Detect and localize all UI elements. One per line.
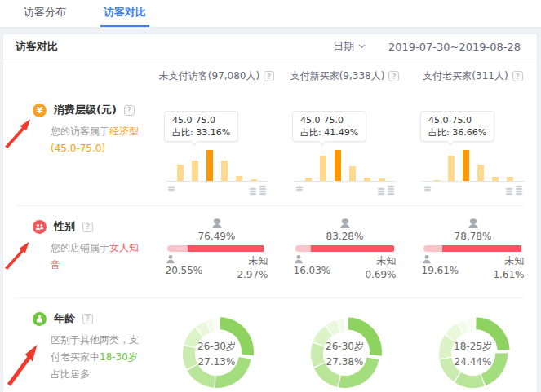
column-header-label: 未支付访客(97,080人) [159, 69, 259, 83]
bar [221, 161, 228, 181]
chart-tooltip: 45.0-75.0 占比: 41.49% [292, 111, 366, 142]
donut-chart[interactable]: 18-25岁 24.44% [432, 313, 514, 392]
unknown-title: 未知 [505, 254, 525, 268]
gender-bar-segment [167, 245, 188, 252]
gender-row-desc: 您的店铺属于女人知音 [51, 240, 141, 274]
age-group: 18-25岁 [454, 340, 492, 354]
x-axis [294, 181, 397, 182]
top-tab-bar: 访客分布 访客对比 [0, 0, 541, 28]
female-percent: 78.78% [455, 231, 492, 242]
donut-center-label: 26-30岁 27.13% [176, 313, 258, 392]
tooltip-ratio: 占比: 33.16% [172, 126, 230, 139]
x-axis [166, 181, 268, 182]
male-percent: 20.55% [166, 265, 203, 276]
help-icon[interactable]: ? [264, 71, 274, 81]
column-header-old-buyers: 支付老买家(311人) ? [409, 69, 537, 83]
gender-bar-segment [295, 245, 312, 252]
bar-chart[interactable] [294, 148, 397, 181]
consumption-chart-new-buyers[interactable]: 45.0-75.0 占比: 41.49% [281, 86, 409, 196]
gender-chart-old-buyers[interactable]: 78.78% 19.61% 未知 1.61% [409, 206, 537, 280]
chevron-down-icon [358, 44, 366, 49]
column-header-label: 支付新买家(9,338人) [290, 69, 385, 83]
age-row: 年龄 ? 区别于其他两类，支付老买家中18-30岁占比居多 26-30岁 27.… [3, 298, 537, 392]
tab-visitor-distribution[interactable]: 访客分布 [20, 0, 69, 27]
date-filter-dropdown[interactable]: 日期 [333, 39, 366, 54]
tab-visitor-compare[interactable]: 访客对比 [100, 0, 149, 27]
gender-row-label: 性别 ? 您的店铺属于女人知音 [3, 206, 153, 274]
panel-header: 访客对比 日期 2019-07-30~2019-08-28 [3, 34, 537, 59]
male-icon [166, 254, 175, 264]
gender-bar[interactable] [167, 245, 267, 252]
help-icon[interactable]: ? [512, 71, 523, 81]
help-icon[interactable]: ? [82, 314, 93, 324]
coin-axis-icons [166, 183, 268, 196]
bar [177, 165, 184, 181]
gender-bar[interactable] [295, 245, 395, 252]
desc-text: 占比居多 [51, 368, 90, 380]
bar [192, 161, 198, 181]
bar [463, 150, 469, 181]
bar-chart[interactable] [166, 148, 268, 181]
age-row-title: 年龄 [54, 311, 75, 326]
desc-highlight: 18-30岁 [100, 351, 138, 363]
age-group: 26-30岁 [326, 340, 364, 354]
date-range-value[interactable]: 2019-07-30~2019-08-28 [388, 41, 521, 53]
person-icon [33, 312, 47, 326]
unknown-percent: 2.97% [237, 269, 268, 280]
gender-bar-segment [311, 245, 394, 252]
male-percent: 19.61% [422, 265, 459, 276]
people-icon [33, 220, 47, 234]
panel-title: 访客对比 [16, 39, 58, 54]
consumption-chart-old-buyers[interactable]: 45.0-75.0 占比: 36.66% [409, 86, 537, 196]
bar [448, 156, 455, 181]
gender-bar-segment [423, 245, 443, 252]
help-icon[interactable]: ? [82, 222, 93, 232]
unknown-title: 未知 [249, 254, 268, 268]
bar [206, 150, 213, 181]
bar [320, 156, 326, 181]
age-group: 26-30岁 [197, 340, 236, 354]
gender-chart-new-buyers[interactable]: 83.28% 16.03% 未知 0.69% [281, 206, 409, 280]
female-icon [468, 218, 479, 229]
gender-chart-unpaid[interactable]: 76.49% 20.55% 未知 2.97% [153, 206, 281, 280]
donut-center-label: 18-25岁 24.44% [432, 313, 514, 392]
column-header-new-buyers: 支付新买家(9,338人) ? [281, 69, 409, 83]
male-percent: 16.03% [294, 265, 331, 276]
age-row-desc: 区别于其他两类，支付老买家中18-30岁占比居多 [51, 332, 141, 383]
coin-axis-icons [294, 183, 397, 196]
donut-center-label: 26-30岁 27.38% [304, 313, 386, 392]
help-icon[interactable]: ? [124, 105, 135, 116]
gender-row: 性别 ? 您的店铺属于女人知音 76.49% 20.55% 未知 2.97% [3, 206, 537, 297]
donut-chart[interactable]: 26-30岁 27.13% [176, 313, 258, 392]
bar-chart[interactable] [422, 148, 525, 181]
age-chart-unpaid[interactable]: 26-30岁 27.13% [153, 298, 281, 392]
bar [349, 166, 356, 181]
coin-stack-icon [247, 183, 268, 196]
age-chart-old-buyers[interactable]: 18-25岁 24.44% [409, 298, 537, 392]
bar [335, 150, 341, 181]
female-percent: 76.49% [198, 231, 236, 242]
tooltip-ratio: 占比: 36.66% [428, 126, 486, 139]
help-icon[interactable]: ? [388, 71, 399, 81]
male-icon [294, 254, 304, 264]
donut-chart[interactable]: 26-30岁 27.38% [304, 313, 386, 392]
age-percent: 27.38% [326, 356, 364, 368]
gender-bar[interactable] [423, 245, 523, 252]
coin-stack-icon [503, 183, 525, 196]
coin-stack-icon [375, 183, 397, 196]
x-axis [422, 181, 525, 182]
female-icon [339, 218, 351, 229]
column-header-spacer [3, 69, 153, 83]
visitor-compare-panel: 访客对比 日期 2019-07-30~2019-08-28 未支付访客(97,0… [2, 33, 538, 392]
consumption-row-label: ¥ 消费层级(元) ? 您的访客属于经济型(45.0-75.0) [3, 86, 153, 157]
age-chart-new-buyers[interactable]: 26-30岁 27.38% [281, 298, 409, 392]
column-header-label: 支付老买家(311人) [423, 69, 508, 83]
unknown-percent: 0.69% [365, 269, 396, 280]
tooltip-range: 45.0-75.0 [300, 114, 358, 126]
column-header-unpaid: 未支付访客(97,080人) ? [153, 69, 281, 83]
consumption-chart-unpaid[interactable]: 45.0-75.0 占比: 33.16% [153, 86, 281, 196]
chart-tooltip: 45.0-75.0 占比: 36.66% [420, 111, 494, 142]
coin-axis-icons [422, 183, 525, 196]
yen-icon: ¥ [33, 104, 47, 117]
gender-bar-segment [442, 245, 521, 252]
